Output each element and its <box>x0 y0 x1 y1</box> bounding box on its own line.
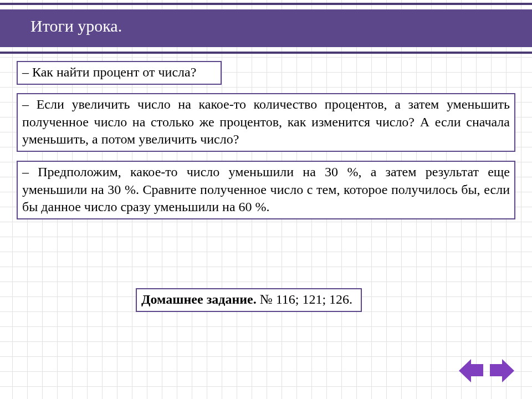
prev-arrow-icon[interactable] <box>457 359 484 382</box>
homework-box: Домашнее задание. № 116; 121; 126. <box>136 288 362 312</box>
next-arrow-icon[interactable] <box>489 359 516 382</box>
homework-items: № 116; 121; 126. <box>257 292 352 306</box>
question-box-1: – Как найти процент от числа? <box>17 61 222 85</box>
question-box-3: – Предположим, какое-то число уменьшили … <box>17 161 515 219</box>
slide: Итоги урока. – Как найти процент от числ… <box>0 0 532 399</box>
title-band-top <box>0 3 532 5</box>
question-box-2: – Если увеличить число на какое-то колич… <box>17 93 515 152</box>
homework-label: Домашнее задание. <box>141 292 257 306</box>
nav-controls <box>457 359 516 382</box>
title-band-bottom <box>0 52 532 54</box>
page-title: Итоги урока. <box>30 17 122 35</box>
